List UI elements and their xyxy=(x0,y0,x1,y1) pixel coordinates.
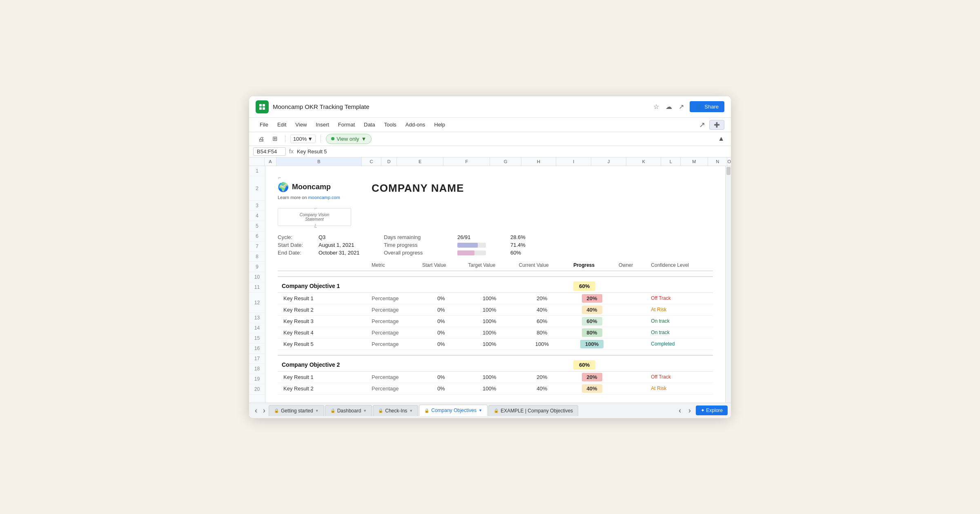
col-header-A[interactable]: A xyxy=(265,157,276,166)
kr-owner-0-3 xyxy=(615,327,647,338)
col-header-F[interactable]: F xyxy=(443,157,490,166)
objective-progress-0: 60% xyxy=(569,277,615,293)
mooncamp-link[interactable]: mooncamp.com xyxy=(308,195,340,200)
kr-start-0-4: 0% xyxy=(418,338,464,350)
col-header-C[interactable]: C xyxy=(362,157,381,166)
fx-icon: fx xyxy=(289,148,294,155)
col-header-L[interactable]: L xyxy=(661,157,681,166)
tab-label-check-ins: Check-Ins xyxy=(385,408,407,414)
svg-rect-3 xyxy=(263,107,265,110)
sheet-nav-right[interactable]: › xyxy=(261,405,268,416)
col-header-B[interactable]: B xyxy=(276,157,362,166)
row-2: 2 xyxy=(249,176,265,201)
activity-chart-button[interactable]: ↗ xyxy=(697,120,707,130)
explore-label: Explore xyxy=(706,408,723,413)
col-header-N[interactable]: N xyxy=(708,157,728,166)
star-button[interactable]: ☆ xyxy=(652,102,661,111)
add-sheet-button[interactable]: ➕ xyxy=(709,120,724,130)
sheet-nav-left[interactable]: ‹ xyxy=(252,405,260,416)
col-header-J[interactable]: J xyxy=(591,157,626,166)
col-header-K[interactable]: K xyxy=(626,157,662,166)
zoom-control[interactable]: 100% ▼ xyxy=(290,135,316,143)
kr-row-0-3: Key Result 4 Percentage 0% 100% 80% 80% … xyxy=(278,327,713,338)
th-confidence: Confidence Level xyxy=(647,260,713,271)
kr-row-0-1: Key Result 2 Percentage 0% 100% 40% 40% … xyxy=(278,304,713,315)
kr-status-1-1: At Risk xyxy=(647,383,713,394)
col-header-M[interactable]: M xyxy=(681,157,708,166)
tab-scroll-left[interactable]: ‹ xyxy=(676,405,684,416)
overall-progress-bar-container xyxy=(457,250,486,255)
share-button[interactable]: 👤 Share xyxy=(690,101,724,112)
zoom-dropdown-icon: ▼ xyxy=(307,136,313,142)
kr-owner-0-4 xyxy=(615,338,647,350)
tab-getting-started[interactable]: 🔒 Getting started ▼ xyxy=(269,405,324,416)
col-header-G[interactable]: G xyxy=(490,157,521,166)
col-header-E[interactable]: E xyxy=(397,157,443,166)
menu-format[interactable]: Format xyxy=(334,120,359,129)
separator-row-1 xyxy=(278,350,713,355)
scrollbar-right[interactable] xyxy=(725,166,731,403)
tab-dropdown-check-ins: ▼ xyxy=(409,409,413,413)
separator-1 xyxy=(285,135,285,143)
tab-scroll-right[interactable]: › xyxy=(686,405,693,416)
kr-status-1-0: Off Track xyxy=(647,371,713,383)
view-only-button[interactable]: View only ▼ xyxy=(326,134,372,144)
objective-row-0: Company Objective 1 60% xyxy=(278,277,713,293)
row-15: 15 xyxy=(249,333,265,343)
collapse-button[interactable]: ▲ xyxy=(718,135,724,142)
kr-target-0-4: 100% xyxy=(464,338,515,350)
share-icon: 👤 xyxy=(695,104,702,110)
print-button[interactable]: 🖨 xyxy=(256,134,267,144)
objective-progress-1: 60% xyxy=(569,355,615,372)
menu-data[interactable]: Data xyxy=(360,120,379,129)
tab-dropdown-getting-started: ▼ xyxy=(315,409,319,413)
menu-tools[interactable]: Tools xyxy=(380,120,400,129)
col-header-H[interactable]: H xyxy=(521,157,557,166)
days-remaining-label: Days remaining xyxy=(384,234,457,240)
menu-insert[interactable]: Insert xyxy=(312,120,333,129)
tab-example-objectives[interactable]: 🔒 EXAMPLE | Company Objectives xyxy=(488,405,578,416)
explore-icon: ✦ xyxy=(701,408,705,413)
kr-metric-0-4: Percentage xyxy=(368,338,418,350)
kr-start-0-0: 0% xyxy=(418,292,464,304)
objective-confidence-1 xyxy=(647,355,713,372)
separator-2 xyxy=(321,135,321,143)
col-header-O[interactable]: O xyxy=(727,157,731,166)
menu-help[interactable]: Help xyxy=(430,120,449,129)
tab-check-ins[interactable]: 🔒 Check-Ins ▼ xyxy=(373,405,418,416)
cell-reference[interactable]: B54:F54 xyxy=(253,147,286,156)
scroll-thumb[interactable] xyxy=(726,167,731,175)
menu-edit[interactable]: Edit xyxy=(273,120,290,129)
kr-current-0-2: 60% xyxy=(515,315,570,327)
tab-company-objectives[interactable]: 🔒 Company Objectives ▼ xyxy=(419,405,488,416)
kr-name-0-2: Key Result 3 xyxy=(278,315,368,327)
kr-start-0-2: 0% xyxy=(418,315,464,327)
row-num-col-header xyxy=(249,157,265,166)
kr-current-0-3: 80% xyxy=(515,327,570,338)
explore-button[interactable]: ✦ Explore xyxy=(696,405,728,415)
filter-button[interactable]: ⊞ xyxy=(270,134,280,144)
menu-bar: File Edit View Insert Format Data Tools … xyxy=(249,118,731,132)
th-current: Current Value xyxy=(515,260,570,271)
activity-button[interactable]: ↗ xyxy=(677,102,686,111)
objective-row-1: Company Objective 2 60% xyxy=(278,355,713,372)
title-bar: Mooncamp OKR Tracking Template ☆ ☁ ↗ 👤 S… xyxy=(249,96,731,118)
table-header-row: Metric Start Value Target Value Current … xyxy=(278,260,713,271)
kr-current-0-1: 40% xyxy=(515,304,570,315)
kr-name-1-0: Key Result 1 xyxy=(278,371,368,383)
col-header-D[interactable]: D xyxy=(381,157,397,166)
kr-owner-0-2 xyxy=(615,315,647,327)
row-13: 13 xyxy=(249,313,265,323)
logo-row: 🌍 Mooncamp xyxy=(278,182,351,193)
spreadsheet-body: 1 2 3 4 5 6 7 8 9 10 11 12 13 14 15 16 1… xyxy=(249,166,731,403)
logo-section: 🌍 Mooncamp Learn more on mooncamp.com ⌐ … xyxy=(278,182,351,226)
spreadsheet-content: ⌐ 🌍 Mooncamp Learn more on mooncamp.com xyxy=(265,166,725,403)
menu-file[interactable]: File xyxy=(256,120,272,129)
col-header-I[interactable]: I xyxy=(556,157,591,166)
tab-dashboard[interactable]: 🔒 Dashboard ▼ xyxy=(325,405,372,416)
th-metric: Metric xyxy=(368,260,418,271)
drive-button[interactable]: ☁ xyxy=(664,102,674,111)
kr-status-0-2: On track xyxy=(647,315,713,327)
menu-view[interactable]: View xyxy=(291,120,311,129)
menu-addons[interactable]: Add-ons xyxy=(401,120,429,129)
